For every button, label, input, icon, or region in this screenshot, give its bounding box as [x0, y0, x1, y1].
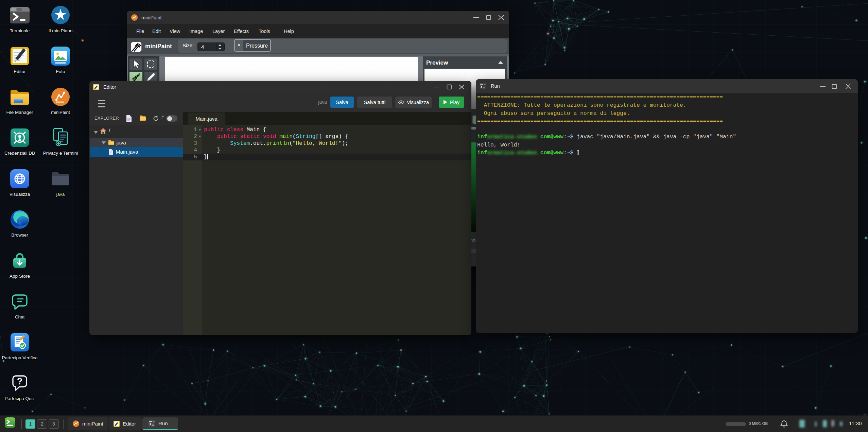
svg-text:?: ?	[17, 376, 23, 386]
